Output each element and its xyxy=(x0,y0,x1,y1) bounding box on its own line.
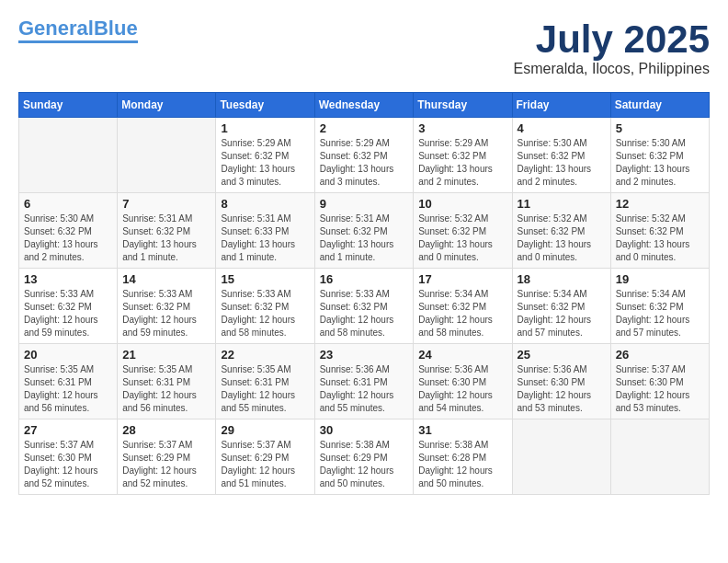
weekday-header: Tuesday xyxy=(216,93,314,118)
day-info: Sunrise: 5:33 AM Sunset: 6:32 PM Dayligh… xyxy=(24,288,112,339)
calendar-cell: 29Sunrise: 5:37 AM Sunset: 6:29 PM Dayli… xyxy=(216,419,314,495)
day-info: Sunrise: 5:37 AM Sunset: 6:30 PM Dayligh… xyxy=(616,363,704,415)
weekday-header: Saturday xyxy=(610,93,709,118)
calendar-cell: 3Sunrise: 5:29 AM Sunset: 6:32 PM Daylig… xyxy=(414,118,512,193)
calendar-cell: 24Sunrise: 5:36 AM Sunset: 6:30 PM Dayli… xyxy=(414,344,512,419)
day-info: Sunrise: 5:32 AM Sunset: 6:32 PM Dayligh… xyxy=(518,213,606,264)
day-info: Sunrise: 5:34 AM Sunset: 6:32 PM Dayligh… xyxy=(518,288,606,339)
calendar-week-row: 1Sunrise: 5:29 AM Sunset: 6:32 PM Daylig… xyxy=(19,118,710,193)
day-number: 20 xyxy=(24,348,112,362)
day-number: 5 xyxy=(616,121,704,135)
calendar-week-row: 13Sunrise: 5:33 AM Sunset: 6:32 PM Dayli… xyxy=(19,269,710,344)
day-number: 7 xyxy=(122,197,210,211)
day-number: 16 xyxy=(320,272,409,286)
weekday-header: Thursday xyxy=(414,93,512,118)
weekday-header-row: SundayMondayTuesdayWednesdayThursdayFrid… xyxy=(19,93,710,118)
day-number: 2 xyxy=(320,121,409,135)
day-number: 11 xyxy=(518,197,606,211)
day-number: 6 xyxy=(24,197,112,211)
title-block: July 2025 Esmeralda, Ilocos, Philippines xyxy=(514,18,710,77)
calendar-cell: 7Sunrise: 5:31 AM Sunset: 6:32 PM Daylig… xyxy=(118,193,216,269)
day-info: Sunrise: 5:30 AM Sunset: 6:32 PM Dayligh… xyxy=(24,213,112,264)
page-header: GeneralBlue July 2025 Esmeralda, Ilocos,… xyxy=(18,18,710,77)
location: Esmeralda, Ilocos, Philippines xyxy=(514,61,710,77)
day-info: Sunrise: 5:33 AM Sunset: 6:32 PM Dayligh… xyxy=(320,288,409,339)
day-number: 1 xyxy=(221,121,309,135)
day-info: Sunrise: 5:37 AM Sunset: 6:29 PM Dayligh… xyxy=(221,439,309,490)
calendar-cell: 30Sunrise: 5:38 AM Sunset: 6:29 PM Dayli… xyxy=(314,419,414,495)
calendar-cell: 5Sunrise: 5:30 AM Sunset: 6:32 PM Daylig… xyxy=(610,118,709,193)
weekday-header: Monday xyxy=(118,93,216,118)
calendar-cell: 2Sunrise: 5:29 AM Sunset: 6:32 PM Daylig… xyxy=(314,118,414,193)
day-info: Sunrise: 5:37 AM Sunset: 6:30 PM Dayligh… xyxy=(24,439,112,490)
calendar-cell: 10Sunrise: 5:32 AM Sunset: 6:32 PM Dayli… xyxy=(414,193,512,269)
day-number: 21 xyxy=(122,348,210,362)
calendar-cell: 14Sunrise: 5:33 AM Sunset: 6:32 PM Dayli… xyxy=(118,269,216,344)
day-number: 17 xyxy=(418,272,506,286)
calendar-week-row: 27Sunrise: 5:37 AM Sunset: 6:30 PM Dayli… xyxy=(19,419,710,495)
calendar-cell xyxy=(512,419,610,495)
day-info: Sunrise: 5:29 AM Sunset: 6:32 PM Dayligh… xyxy=(418,137,506,189)
day-info: Sunrise: 5:29 AM Sunset: 6:32 PM Dayligh… xyxy=(221,137,309,189)
day-info: Sunrise: 5:36 AM Sunset: 6:30 PM Dayligh… xyxy=(518,363,606,415)
calendar-cell: 27Sunrise: 5:37 AM Sunset: 6:30 PM Dayli… xyxy=(19,419,118,495)
day-info: Sunrise: 5:33 AM Sunset: 6:32 PM Dayligh… xyxy=(122,288,210,339)
day-info: Sunrise: 5:32 AM Sunset: 6:32 PM Dayligh… xyxy=(616,213,704,264)
day-number: 29 xyxy=(221,423,309,437)
day-number: 18 xyxy=(518,272,606,286)
day-number: 3 xyxy=(418,121,506,135)
day-number: 14 xyxy=(122,272,210,286)
calendar-cell: 26Sunrise: 5:37 AM Sunset: 6:30 PM Dayli… xyxy=(610,344,709,419)
day-info: Sunrise: 5:38 AM Sunset: 6:28 PM Dayligh… xyxy=(418,439,506,490)
weekday-header: Wednesday xyxy=(314,93,414,118)
calendar-cell: 6Sunrise: 5:30 AM Sunset: 6:32 PM Daylig… xyxy=(19,193,118,269)
calendar-cell: 19Sunrise: 5:34 AM Sunset: 6:32 PM Dayli… xyxy=(610,269,709,344)
calendar-cell: 17Sunrise: 5:34 AM Sunset: 6:32 PM Dayli… xyxy=(414,269,512,344)
calendar-cell: 9Sunrise: 5:31 AM Sunset: 6:32 PM Daylig… xyxy=(314,193,414,269)
calendar-cell: 20Sunrise: 5:35 AM Sunset: 6:31 PM Dayli… xyxy=(19,344,118,419)
day-info: Sunrise: 5:31 AM Sunset: 6:32 PM Dayligh… xyxy=(122,213,210,264)
calendar-cell: 25Sunrise: 5:36 AM Sunset: 6:30 PM Dayli… xyxy=(512,344,610,419)
day-number: 22 xyxy=(221,348,309,362)
day-number: 23 xyxy=(320,348,409,362)
weekday-header: Friday xyxy=(512,93,610,118)
calendar-cell: 11Sunrise: 5:32 AM Sunset: 6:32 PM Dayli… xyxy=(512,193,610,269)
calendar-cell: 4Sunrise: 5:30 AM Sunset: 6:32 PM Daylig… xyxy=(512,118,610,193)
logo-text: GeneralBlue xyxy=(18,18,138,39)
day-info: Sunrise: 5:33 AM Sunset: 6:32 PM Dayligh… xyxy=(221,288,309,339)
day-number: 13 xyxy=(24,272,112,286)
day-info: Sunrise: 5:35 AM Sunset: 6:31 PM Dayligh… xyxy=(122,363,210,415)
day-info: Sunrise: 5:34 AM Sunset: 6:32 PM Dayligh… xyxy=(616,288,704,339)
calendar-cell: 13Sunrise: 5:33 AM Sunset: 6:32 PM Dayli… xyxy=(19,269,118,344)
day-number: 28 xyxy=(122,423,210,437)
day-number: 12 xyxy=(616,197,704,211)
calendar-cell: 23Sunrise: 5:36 AM Sunset: 6:31 PM Dayli… xyxy=(314,344,414,419)
day-info: Sunrise: 5:31 AM Sunset: 6:33 PM Dayligh… xyxy=(221,213,309,264)
day-info: Sunrise: 5:36 AM Sunset: 6:30 PM Dayligh… xyxy=(418,363,506,415)
day-info: Sunrise: 5:35 AM Sunset: 6:31 PM Dayligh… xyxy=(221,363,309,415)
logo-general: General xyxy=(18,17,94,40)
day-number: 24 xyxy=(418,348,506,362)
calendar-cell xyxy=(118,118,216,193)
day-number: 31 xyxy=(418,423,506,437)
calendar-cell: 8Sunrise: 5:31 AM Sunset: 6:33 PM Daylig… xyxy=(216,193,314,269)
calendar-cell: 21Sunrise: 5:35 AM Sunset: 6:31 PM Dayli… xyxy=(118,344,216,419)
calendar-cell: 18Sunrise: 5:34 AM Sunset: 6:32 PM Dayli… xyxy=(512,269,610,344)
day-number: 15 xyxy=(221,272,309,286)
day-number: 4 xyxy=(518,121,606,135)
calendar-week-row: 20Sunrise: 5:35 AM Sunset: 6:31 PM Dayli… xyxy=(19,344,710,419)
calendar-cell: 15Sunrise: 5:33 AM Sunset: 6:32 PM Dayli… xyxy=(216,269,314,344)
calendar-cell xyxy=(19,118,118,193)
logo-underline xyxy=(18,40,138,43)
day-info: Sunrise: 5:30 AM Sunset: 6:32 PM Dayligh… xyxy=(518,137,606,189)
day-number: 10 xyxy=(418,197,506,211)
day-info: Sunrise: 5:36 AM Sunset: 6:31 PM Dayligh… xyxy=(320,363,409,415)
calendar-cell xyxy=(610,419,709,495)
calendar-cell: 16Sunrise: 5:33 AM Sunset: 6:32 PM Dayli… xyxy=(314,269,414,344)
day-info: Sunrise: 5:29 AM Sunset: 6:32 PM Dayligh… xyxy=(320,137,409,189)
calendar-week-row: 6Sunrise: 5:30 AM Sunset: 6:32 PM Daylig… xyxy=(19,193,710,269)
day-number: 30 xyxy=(320,423,409,437)
day-number: 27 xyxy=(24,423,112,437)
logo-blue: Blue xyxy=(94,17,138,40)
logo: GeneralBlue xyxy=(18,18,138,43)
